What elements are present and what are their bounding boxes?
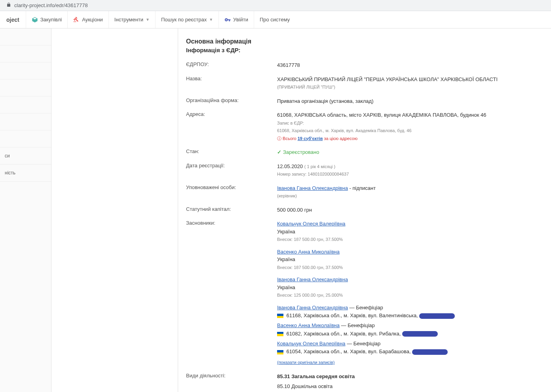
beneficiary-3-link[interactable]: Ковальчук Олеся Валеріївна [277,341,346,347]
regdate-age: ( 1 рік 4 місяці ) [304,164,335,169]
beneficiary-3-role: — Бенефіціар [346,341,381,347]
founder-3-share: Внесок: 125 000.00 грн, 25.000% [277,293,343,297]
beneficiary-2: Васенко Анна Миколаївна — Бенефіціар 610… [277,322,526,338]
addr-count-prefix: Всього [283,136,298,141]
main-navigation: oject Закупівлі Аукціони Інструменти ▼ П… [0,11,551,28]
founder-1: Ковальчук Олеся Валеріївна Україна Внесо… [277,220,526,243]
nav-about[interactable]: Про систему [254,11,295,28]
sidebar-item-4[interactable] [0,80,51,97]
redacted-block [419,313,455,319]
activity-2: 85.10 Дошкільна освіта [277,383,526,390]
founder-2-link[interactable]: Васенко Анна Миколаївна [277,249,340,255]
address-edr-label: Запис в ЄДР: [277,121,304,125]
nav-login-label: Увійти [233,17,248,23]
beneficiary-1-addr: 61168, Харківська обл., м. Харків, вул. … [285,312,419,318]
row-regdate: Дата реєстрації: 12.05.2020 ( 1 рік 4 мі… [186,159,526,181]
label-orgform: Організаційна форма: [186,97,277,105]
row-edrpou: ЄДРПОУ: 43617778 [186,58,526,72]
person-role: - підписант [348,185,376,191]
founder-3-link[interactable]: Іванова Ганна Олександрівна [277,276,348,282]
sidebar-item-8[interactable]: си [0,148,51,165]
nav-brand[interactable]: oject [0,17,26,23]
value-persons: Іванова Ганна Олександрівна - підписант … [277,184,526,200]
label-edrpou: ЄДРПОУ: [186,61,277,69]
sidebar-item-5[interactable] [0,97,51,114]
nav-about-label: Про систему [260,17,290,23]
sidebar-item-2[interactable] [0,45,51,62]
ua-flag-icon [277,332,283,336]
value-activities: 85.31 Загальна середня освіта 85.10 Дошк… [277,373,526,392]
founder-2-country: Україна [277,256,295,262]
name-short: (ПРИВАТНИЙ ЛІЦЕЙ "ПУШ") [277,85,335,89]
label-name: Назва: [186,76,277,91]
sidebar-item-7[interactable] [0,131,51,148]
nav-zakupivli-label: Закупівлі [40,17,62,23]
redacted-block [402,331,438,337]
value-name: ХАРКІВСЬКИЙ ПРИВАТНИЙ ЛІЦЕЙ "ПЕРША УКРАЇ… [277,76,526,91]
value-capital: 500 000.00 грн [277,206,526,214]
address-edr-value: 61068, Харківська обл., м. Харків, вул. … [277,128,412,133]
beneficiary-2-link[interactable]: Васенко Анна Миколаївна [277,322,340,328]
alert-icon: ⓘ [277,136,281,141]
row-status: Стан: ✓ Зареєстровано [186,145,526,159]
url-text: clarity-project.info/edr/43617778 [14,2,88,8]
nav-instruments-label: Інструменти [114,17,143,23]
sidebar-item-9[interactable]: ність [0,165,51,182]
founder-2: Васенко Анна Миколаївна Україна Внесок: … [277,248,526,271]
beneficiary-2-addr: 61082, Харківська обл., м. Харків, вул. … [285,331,402,337]
addr-count-suffix: за цією адресою [323,136,357,141]
nav-registers[interactable]: Пошук по реєстрах ▼ [155,11,218,28]
page-wrapper: си ність Основна інформація Інформація з… [0,28,551,392]
nav-auctions[interactable]: Аукціони [67,11,108,28]
sidebar: си ність [0,28,51,392]
chevron-down-icon: ▼ [209,17,213,22]
status-badge: ✓ Зареєстровано [277,148,319,156]
sidebar-item-1[interactable] [0,28,51,45]
lock-icon [6,2,11,8]
row-capital: Статутний капітал: 500 000.00 грн [186,203,526,217]
nav-login[interactable]: Увійти [218,11,254,28]
nav-registers-label: Пошук по реєстрах [161,17,207,23]
sidebar-item-3[interactable] [0,62,51,80]
beneficiary-2-role: — Бенефіціар [340,322,375,328]
label-persons: Уповноважені особи: [186,184,277,200]
sidebar-item-6[interactable] [0,114,51,131]
beneficiary-1-link[interactable]: Іванова Ганна Олександрівна [277,305,348,311]
nav-instruments[interactable]: Інструменти ▼ [108,11,155,28]
person-link[interactable]: Іванова Ганна Олександрівна [277,185,348,191]
row-persons: Уповноважені особи: Іванова Ганна Олекса… [186,181,526,203]
founder-1-country: Україна [277,229,295,235]
founder-1-link[interactable]: Ковальчук Олеся Валеріївна [277,221,346,227]
founder-3-country: Україна [277,284,295,290]
label-activities: Види діяльності: [186,373,277,392]
value-orgform: Приватна організація (установа, заклад) [277,97,526,105]
chevron-down-icon: ▼ [146,17,150,22]
value-status: ✓ Зареєстровано [277,148,526,156]
beneficiary-1: Іванова Ганна Олександрівна — Бенефіціар… [277,304,526,320]
label-address: Адреса: [186,111,277,142]
addr-count-link[interactable]: 19 суб'єктів [298,136,323,141]
check-icon: ✓ [277,148,281,156]
beneficiary-3-addr: 61054, Харківська обл., м. Харків, вул. … [285,348,412,354]
value-address: 61068, ХАРКІВСЬКА область, місто ХАРКІВ,… [277,111,526,142]
section-title-main: Основна інформація [186,38,526,45]
shopping-icon [32,17,38,23]
show-originals-link[interactable]: (показати оригінали записів) [277,360,334,365]
gavel-icon [73,17,80,23]
regnumber: Номер запису: 14801020000084637 [277,172,349,176]
row-orgform: Організаційна форма: Приватна організаці… [186,94,526,108]
ua-flag-icon [277,350,283,354]
main-area: Основна інформація Інформація з ЄДР: ЄДР… [51,28,551,392]
value-edrpou: 43617778 [277,61,526,69]
nav-zakupivli[interactable]: Закупівлі [26,11,67,28]
address-main: 61068, ХАРКІВСЬКА область, місто ХАРКІВ,… [277,112,486,118]
key-icon [224,17,231,23]
founder-2-share: Внесок: 187 500.00 грн, 37.500% [277,265,343,270]
nav-auctions-label: Аукціони [82,17,103,23]
row-founders: Засновники: Ковальчук Олеся Валеріївна У… [186,217,526,369]
url-bar: clarity-project.info/edr/43617778 [0,0,551,11]
subsection-title-edr: Інформація з ЄДР: [186,47,526,53]
ua-flag-icon [277,314,283,318]
row-activities: Види діяльності: 85.31 Загальна середня … [186,369,526,392]
redacted-block [412,349,448,355]
